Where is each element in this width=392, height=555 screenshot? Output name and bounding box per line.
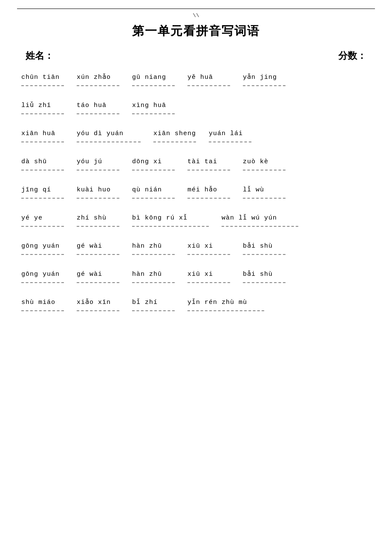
pinyin-2-3: yuán lái [209, 129, 243, 139]
vocab-item-0-0: chūn tiān [21, 72, 64, 86]
vocab-row-1: liǔ zhītáo huāxìng huā [21, 101, 371, 117]
vocab-row-3: dà shūyóu júdōng xitài taizuò kè [21, 157, 371, 173]
write-line-8-2 [132, 310, 175, 311]
write-line-2-1 [77, 142, 141, 142]
write-line-3-0 [21, 170, 64, 171]
pinyin-5-1: zhí shù [77, 213, 107, 223]
pinyin-2-0: xiān huā [21, 129, 55, 139]
vocab-item-4-3: méi hǎo [187, 185, 230, 199]
write-line-2-2 [153, 142, 196, 142]
pinyin-2-1: yóu dì yuán [77, 129, 124, 139]
pinyin-3-0: dà shū [21, 157, 47, 167]
write-line-3-3 [187, 170, 230, 171]
vocab-item-0-4: yǎn jing [243, 72, 285, 86]
vocab-item-3-4: zuò kè [243, 157, 285, 171]
write-line-7-2 [132, 282, 175, 283]
write-line-1-2 [132, 113, 175, 114]
vocab-item-6-4: bǎi shù [243, 241, 285, 255]
vocab-item-4-0: jīng qí [21, 185, 64, 199]
vocab-item-5-3: wàn lǐ wú yún [222, 213, 298, 227]
pinyin-0-1: xún zhǎo [77, 72, 111, 83]
write-line-3-2 [132, 170, 175, 171]
write-line-6-4 [243, 254, 285, 255]
vocab-row-6: gōng yuángé wàihàn zhūxiū xibǎi shù [21, 241, 371, 257]
pinyin-6-4: bǎi shù [243, 241, 273, 251]
pinyin-8-2: bǐ zhí [132, 298, 158, 308]
write-line-1-1 [77, 113, 119, 114]
write-line-8-1 [77, 310, 119, 311]
vocab-item-6-0: gōng yuán [21, 241, 64, 255]
vocab-item-4-2: qù nián [132, 185, 175, 199]
vocab-item-3-2: dōng xi [132, 157, 175, 171]
vocab-item-6-1: gé wài [77, 241, 119, 255]
vocab-item-2-2: xiān sheng [153, 129, 196, 142]
write-line-8-3 [187, 310, 264, 311]
vocab-item-8-1: xiǎo xīn [77, 298, 119, 311]
vocab-item-0-1: xún zhǎo [77, 72, 119, 86]
pinyin-1-1: táo huā [77, 101, 107, 111]
write-line-6-2 [132, 254, 175, 255]
write-line-4-3 [187, 198, 230, 199]
vocab-section: chūn tiānxún zhǎogū niangyě huāyǎn jingl… [17, 72, 375, 314]
vocab-item-7-4: bǎi shù [243, 269, 285, 283]
page-title: 第一单元看拼音写词语 [17, 23, 375, 39]
write-line-0-2 [132, 85, 175, 86]
pinyin-4-4: lǐ wù [243, 185, 264, 195]
pinyin-8-0: shù miáo [21, 298, 55, 308]
write-line-5-1 [77, 226, 119, 227]
top-border [17, 9, 375, 9]
pinyin-7-3: xiū xi [187, 269, 213, 280]
pinyin-5-0: yé ye [21, 213, 43, 223]
vocab-item-6-3: xiū xi [187, 241, 230, 255]
write-line-5-3 [222, 226, 298, 227]
write-line-6-1 [77, 254, 119, 255]
write-line-3-1 [77, 170, 119, 171]
vocab-item-7-3: xiū xi [187, 269, 230, 283]
write-line-7-1 [77, 282, 119, 283]
pinyin-6-2: hàn zhū [132, 241, 162, 251]
pinyin-4-2: qù nián [132, 185, 162, 195]
pinyin-7-1: gé wài [77, 269, 102, 280]
top-label: \\ [17, 12, 375, 19]
pinyin-6-1: gé wài [77, 241, 102, 251]
pinyin-6-0: gōng yuán [21, 241, 60, 251]
write-line-7-4 [243, 282, 285, 283]
vocab-item-5-0: yé ye [21, 213, 64, 227]
vocab-item-0-3: yě huā [187, 72, 230, 86]
vocab-item-8-3: yǐn rén zhù mù [187, 298, 264, 311]
write-line-4-1 [77, 198, 119, 199]
vocab-item-5-1: zhí shù [77, 213, 119, 227]
vocab-item-3-3: tài tai [187, 157, 230, 171]
vocab-item-1-1: táo huā [77, 101, 119, 114]
vocab-item-2-3: yuán lái [209, 129, 251, 142]
write-line-2-0 [21, 142, 64, 142]
vocab-row-7: gōng yuángé wàihàn zhūxiū xibǎi shù [21, 269, 371, 286]
vocab-item-0-2: gū niang [132, 72, 175, 86]
vocab-row-4: jīng qíkuài huoqù niánméi hǎolǐ wù [21, 185, 371, 201]
pinyin-7-0: gōng yuán [21, 269, 60, 280]
name-score-row: 姓名： 分数： [17, 49, 375, 62]
vocab-item-2-1: yóu dì yuán [77, 129, 141, 142]
pinyin-3-3: tài tai [187, 157, 217, 167]
pinyin-2-2: xiān sheng [153, 129, 196, 139]
vocab-item-5-2: bì kōng rú xǐ [132, 213, 209, 227]
write-line-4-2 [132, 198, 175, 199]
write-line-7-3 [187, 282, 230, 283]
write-line-0-4 [243, 85, 285, 86]
vocab-item-4-4: lǐ wù [243, 185, 285, 199]
vocab-row-8: shù miáoxiǎo xīnbǐ zhíyǐn rén zhù mù [21, 298, 371, 314]
pinyin-3-2: dōng xi [132, 157, 162, 167]
pinyin-5-3: wàn lǐ wú yún [222, 213, 277, 223]
pinyin-1-2: xìng huā [132, 101, 166, 111]
write-line-3-4 [243, 170, 285, 171]
pinyin-4-0: jīng qí [21, 185, 51, 195]
pinyin-1-0: liǔ zhī [21, 101, 51, 111]
pinyin-7-4: bǎi shù [243, 269, 273, 280]
pinyin-8-3: yǐn rén zhù mù [187, 298, 247, 308]
vocab-item-7-2: hàn zhū [132, 269, 175, 283]
write-line-0-1 [77, 85, 119, 86]
write-line-4-4 [243, 198, 285, 199]
pinyin-0-3: yě huā [187, 72, 213, 83]
vocab-item-7-0: gōng yuán [21, 269, 64, 283]
pinyin-4-1: kuài huo [77, 185, 111, 195]
